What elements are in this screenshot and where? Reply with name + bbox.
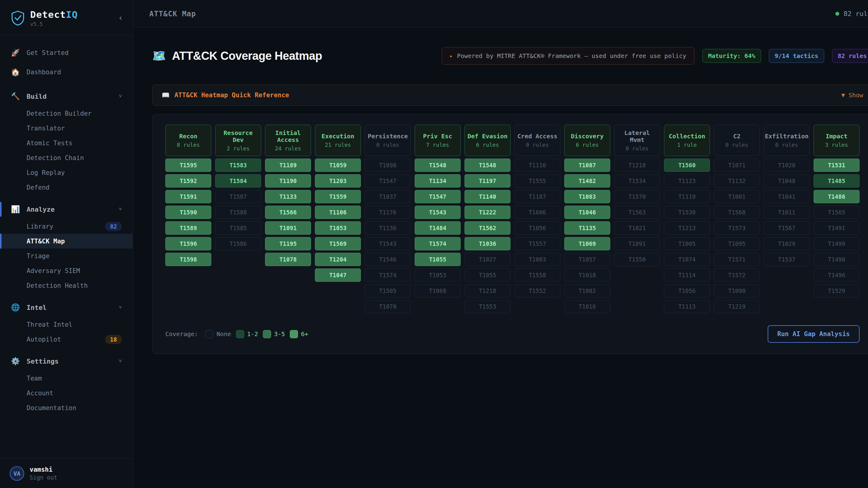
sidebar-item-team[interactable]: Team bbox=[0, 371, 133, 386]
technique-cell-t1132[interactable]: T1132 bbox=[714, 174, 760, 188]
sign-out-link[interactable]: Sign out bbox=[30, 474, 57, 481]
technique-cell-t1090[interactable]: T1090 bbox=[714, 284, 760, 297]
technique-cell-t1140[interactable]: T1140 bbox=[465, 190, 510, 203]
nav-section-settings[interactable]: ⚙️Settings˅ bbox=[0, 352, 133, 371]
technique-cell-t1082[interactable]: T1082 bbox=[564, 284, 610, 297]
sidebar-item-translator[interactable]: Translator bbox=[0, 121, 133, 136]
technique-cell-t1204[interactable]: T1204 bbox=[315, 253, 361, 266]
technique-cell-t1069[interactable]: T1069 bbox=[564, 237, 610, 250]
technique-cell-t1570[interactable]: T1570 bbox=[614, 190, 660, 203]
technique-cell-t1195[interactable]: T1195 bbox=[265, 237, 311, 250]
technique-cell-t1566[interactable]: T1566 bbox=[265, 206, 311, 219]
technique-cell-t1074[interactable]: T1074 bbox=[664, 253, 710, 266]
technique-cell-t1113[interactable]: T1113 bbox=[664, 300, 710, 313]
technique-cell-t1029[interactable]: T1029 bbox=[764, 237, 810, 250]
technique-cell-t1001[interactable]: T1001 bbox=[714, 190, 760, 203]
quick-reference-bar[interactable]: 📖 ATT&CK Heatmap Quick Reference ▼ Show bbox=[152, 85, 868, 106]
sidebar-item-account[interactable]: Account bbox=[0, 386, 133, 400]
technique-cell-t1011[interactable]: T1011 bbox=[764, 206, 810, 219]
technique-cell-t1590[interactable]: T1590 bbox=[165, 206, 211, 219]
technique-cell-t1041[interactable]: T1041 bbox=[764, 190, 810, 203]
technique-cell-t1091[interactable]: T1091 bbox=[265, 221, 311, 235]
sidebar-item-adversary-siem[interactable]: Adversary SIEM bbox=[0, 263, 133, 278]
technique-cell-t1071[interactable]: T1071 bbox=[714, 159, 760, 172]
technique-cell-t1048[interactable]: T1048 bbox=[764, 174, 810, 188]
technique-cell-t1106[interactable]: T1106 bbox=[315, 206, 361, 219]
technique-cell-t1018[interactable]: T1018 bbox=[564, 268, 610, 282]
technique-cell-t1021[interactable]: T1021 bbox=[614, 221, 660, 235]
technique-cell-t1056[interactable]: T1056 bbox=[664, 284, 710, 297]
technique-cell-t1583[interactable]: T1583 bbox=[215, 159, 261, 172]
technique-cell-t1491[interactable]: T1491 bbox=[814, 221, 860, 235]
technique-cell-t1598[interactable]: T1598 bbox=[165, 253, 211, 266]
nav-section-analyze[interactable]: 📊Analyze˅ bbox=[0, 200, 133, 219]
technique-cell-t1213[interactable]: T1213 bbox=[664, 221, 710, 235]
technique-cell-t1053[interactable]: T1053 bbox=[415, 268, 461, 282]
technique-cell-t1046[interactable]: T1046 bbox=[564, 206, 610, 219]
sidebar-item-triage[interactable]: Triage bbox=[0, 249, 133, 263]
sidebar-item-detection-chain[interactable]: Detection Chain bbox=[0, 151, 133, 165]
technique-cell-t1114[interactable]: T1114 bbox=[664, 268, 710, 282]
technique-cell-t1110[interactable]: T1110 bbox=[515, 159, 560, 172]
technique-cell-t1585[interactable]: T1585 bbox=[215, 221, 261, 235]
technique-cell-t1218[interactable]: T1218 bbox=[465, 284, 510, 297]
technique-cell-t1588[interactable]: T1588 bbox=[215, 206, 261, 219]
technique-cell-t1530[interactable]: T1530 bbox=[664, 206, 710, 219]
sidebar-item-detection-builder[interactable]: Detection Builder bbox=[0, 106, 133, 121]
technique-cell-t1189[interactable]: T1189 bbox=[265, 159, 311, 172]
technique-cell-t1027[interactable]: T1027 bbox=[465, 253, 510, 266]
technique-cell-t1020[interactable]: T1020 bbox=[764, 159, 810, 172]
technique-cell-t1547[interactable]: T1547 bbox=[365, 174, 411, 188]
sidebar-item-atomic-tests[interactable]: Atomic Tests bbox=[0, 136, 133, 151]
technique-cell-t1546[interactable]: T1546 bbox=[365, 253, 411, 266]
sidebar-item-dashboard[interactable]: 🏠Dashboard bbox=[0, 63, 133, 82]
technique-cell-t1490[interactable]: T1490 bbox=[814, 253, 860, 266]
technique-cell-t1547[interactable]: T1547 bbox=[415, 190, 461, 203]
technique-cell-t1210[interactable]: T1210 bbox=[614, 159, 660, 172]
technique-cell-t1486[interactable]: T1486 bbox=[814, 190, 860, 203]
technique-cell-t1574[interactable]: T1574 bbox=[365, 268, 411, 282]
technique-cell-t1529[interactable]: T1529 bbox=[814, 284, 860, 297]
technique-cell-t1496[interactable]: T1496 bbox=[814, 268, 860, 282]
technique-cell-t1571[interactable]: T1571 bbox=[714, 253, 760, 266]
technique-cell-t1095[interactable]: T1095 bbox=[714, 237, 760, 250]
technique-cell-t1587[interactable]: T1587 bbox=[215, 190, 261, 203]
technique-cell-t1055[interactable]: T1055 bbox=[415, 253, 461, 266]
technique-cell-t1548[interactable]: T1548 bbox=[415, 159, 461, 172]
technique-cell-t1219[interactable]: T1219 bbox=[714, 300, 760, 313]
technique-cell-t1047[interactable]: T1047 bbox=[315, 268, 361, 282]
technique-cell-t1053[interactable]: T1053 bbox=[315, 221, 361, 235]
technique-cell-t1037[interactable]: T1037 bbox=[365, 190, 411, 203]
technique-cell-t1499[interactable]: T1499 bbox=[814, 237, 860, 250]
sidebar-collapse-icon[interactable]: ‹ bbox=[118, 13, 123, 22]
technique-cell-t1567[interactable]: T1567 bbox=[764, 221, 810, 235]
technique-cell-t1558[interactable]: T1558 bbox=[515, 268, 560, 282]
technique-cell-t1133[interactable]: T1133 bbox=[265, 190, 311, 203]
sidebar-item-autopilot[interactable]: Autopilot18 bbox=[0, 332, 133, 347]
technique-cell-t1557[interactable]: T1557 bbox=[515, 237, 560, 250]
technique-cell-t1056[interactable]: T1056 bbox=[515, 221, 560, 235]
technique-cell-t1068[interactable]: T1068 bbox=[415, 284, 461, 297]
technique-cell-t1591[interactable]: T1591 bbox=[165, 190, 211, 203]
technique-cell-t1586[interactable]: T1586 bbox=[215, 237, 261, 250]
technique-cell-t1555[interactable]: T1555 bbox=[515, 174, 560, 188]
technique-cell-t1562[interactable]: T1562 bbox=[465, 221, 510, 235]
technique-cell-t1134[interactable]: T1134 bbox=[415, 174, 461, 188]
run-ai-gap-analysis-button[interactable]: Run AI Gap Analysis bbox=[768, 325, 860, 343]
sidebar-item-get-started[interactable]: 🚀Get Started bbox=[0, 43, 133, 63]
sidebar-item-log-replay[interactable]: Log Replay bbox=[0, 165, 133, 180]
technique-cell-t1485[interactable]: T1485 bbox=[814, 174, 860, 188]
technique-cell-t1091[interactable]: T1091 bbox=[614, 237, 660, 250]
sidebar-item-documentation[interactable]: Documentation bbox=[0, 400, 133, 415]
technique-cell-t1119[interactable]: T1119 bbox=[664, 190, 710, 203]
user-row[interactable]: VA vamshi Sign out bbox=[0, 458, 133, 488]
technique-cell-t1078[interactable]: T1078 bbox=[365, 300, 411, 313]
technique-cell-t1543[interactable]: T1543 bbox=[415, 206, 461, 219]
technique-cell-t1584[interactable]: T1584 bbox=[215, 174, 261, 188]
sidebar-item-detection-health[interactable]: Detection Health bbox=[0, 278, 133, 293]
sidebar-item-att-ck-map[interactable]: ATT&CK Map bbox=[0, 234, 133, 249]
technique-cell-t1563[interactable]: T1563 bbox=[614, 206, 660, 219]
technique-cell-t1595[interactable]: T1595 bbox=[165, 159, 211, 172]
technique-cell-t1505[interactable]: T1505 bbox=[365, 284, 411, 297]
technique-cell-t1055[interactable]: T1055 bbox=[465, 268, 510, 282]
